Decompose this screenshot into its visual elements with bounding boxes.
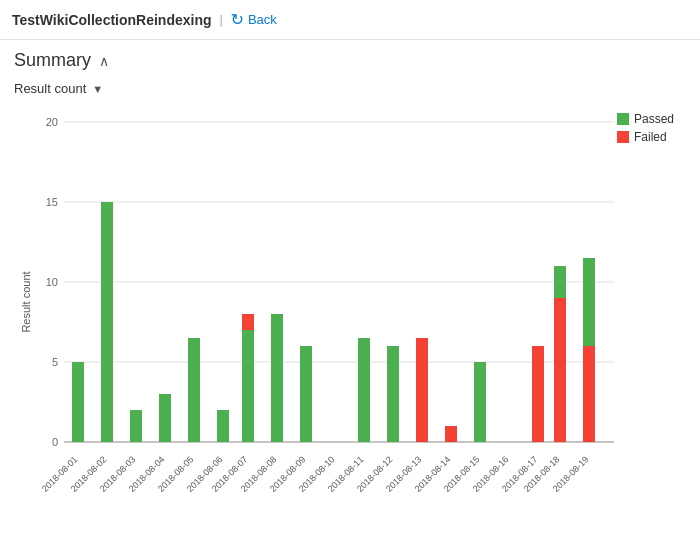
bar-passed-5 (217, 410, 229, 442)
bar-chart: Result count 0 5 10 15 20 (14, 102, 644, 522)
bar-passed-3 (159, 394, 171, 442)
bar-failed-18 (583, 346, 595, 442)
legend-passed: Passed (617, 112, 674, 126)
bar-passed-8 (300, 346, 312, 442)
result-count-label: Result count (14, 81, 86, 96)
bar-passed-14 (474, 362, 486, 442)
chart-wrapper: Passed Failed Result count 0 5 10 (14, 102, 674, 522)
header-divider: | (220, 12, 223, 27)
bar-passed-7 (271, 314, 283, 442)
bar-failed-13 (445, 426, 457, 442)
result-count-dropdown[interactable]: Result count ▼ (14, 81, 686, 96)
chart-container: Result count ▼ Passed Failed Result coun… (0, 75, 700, 522)
bar-failed-6 (242, 314, 254, 330)
bar-failed-12 (416, 338, 428, 442)
chevron-up-icon: ∧ (99, 53, 109, 69)
back-label: Back (248, 12, 277, 27)
bar-passed-4 (188, 338, 200, 442)
dropdown-icon: ▼ (92, 83, 103, 95)
page-title: TestWikiCollectionReindexing (12, 12, 212, 28)
bar-failed-16 (532, 346, 544, 442)
header: TestWikiCollectionReindexing | ↺ Back (0, 0, 700, 40)
chart-legend: Passed Failed (617, 112, 674, 144)
y-tick-20: 20 (46, 116, 58, 128)
summary-label: Summary (14, 50, 91, 71)
y-tick-10: 10 (46, 276, 58, 288)
bar-passed-11 (387, 346, 399, 442)
y-tick-5: 5 (52, 356, 58, 368)
bar-passed-2 (130, 410, 142, 442)
legend-failed-label: Failed (634, 130, 667, 144)
bar-passed-18 (583, 258, 595, 346)
y-axis-label: Result count (20, 271, 32, 332)
summary-section: Summary ∧ (0, 40, 700, 75)
legend-passed-label: Passed (634, 112, 674, 126)
back-icon: ↺ (231, 10, 244, 29)
legend-failed: Failed (617, 130, 674, 144)
bar-passed-6 (242, 330, 254, 442)
bar-passed-1 (101, 202, 113, 442)
bar-failed-17 (554, 298, 566, 442)
bar-passed-10 (358, 338, 370, 442)
y-tick-0: 0 (52, 436, 58, 448)
legend-passed-color (617, 113, 629, 125)
y-tick-15: 15 (46, 196, 58, 208)
bar-passed-17 (554, 266, 566, 298)
bar-passed-0 (72, 362, 84, 442)
legend-failed-color (617, 131, 629, 143)
summary-header[interactable]: Summary ∧ (14, 50, 686, 71)
back-button[interactable]: ↺ Back (231, 10, 277, 29)
